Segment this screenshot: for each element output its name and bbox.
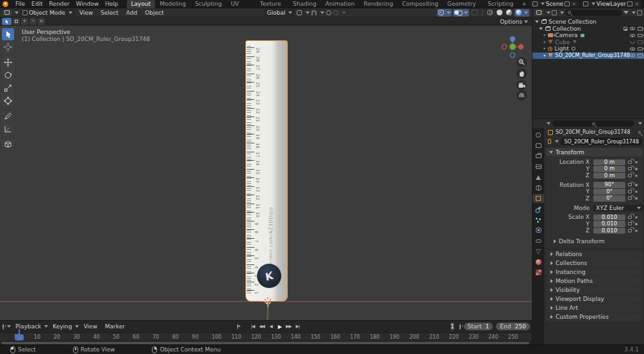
value-slider[interactable]: 0 m [593, 159, 625, 166]
end-frame-field[interactable]: End 250 [496, 323, 529, 330]
lock-open-icon[interactable] [628, 167, 632, 170]
animate-dot[interactable] [635, 175, 638, 177]
add-workspace-button[interactable]: + [518, 0, 531, 8]
animate-dot[interactable] [635, 197, 638, 200]
editor-type-clock-icon[interactable] [3, 324, 4, 330]
frame-ruler[interactable]: 1102030405060708090100110120130140150160… [0, 332, 532, 341]
tool-rotate[interactable] [2, 69, 14, 81]
shading-wireframe-button[interactable] [486, 9, 494, 17]
menu-playback[interactable]: Playback [12, 323, 44, 330]
tab-output[interactable] [533, 152, 544, 161]
viewlayer-selector[interactable]: ViewLayer ✕ [581, 1, 641, 8]
camera-visibility-icon[interactable] [638, 54, 643, 58]
menu-keying[interactable]: Keying [49, 323, 75, 330]
tool-move[interactable] [2, 56, 14, 68]
tab-tool[interactable] [533, 131, 544, 140]
snap-magnet-icon[interactable] [311, 10, 317, 15]
auto-key-record-button[interactable] [237, 324, 238, 329]
menu-render[interactable]: Render [46, 0, 73, 8]
animate-dot[interactable] [635, 184, 638, 186]
animate-dot[interactable] [635, 216, 638, 219]
active-tool-button[interactable] [2, 18, 12, 25]
chevron-down-icon[interactable] [547, 122, 550, 125]
outliner-row-scene-collection[interactable]: Scene Collection [533, 19, 644, 26]
camera-visibility-icon[interactable] [638, 47, 643, 51]
lock-open-icon[interactable] [628, 229, 632, 232]
ruler-object[interactable]: 29 28 27 26 25 [245, 40, 288, 302]
lock-open-icon[interactable] [628, 197, 632, 200]
xray-toggle[interactable] [470, 9, 479, 17]
scene-name[interactable]: Scene [546, 1, 563, 7]
tab-constraints[interactable] [533, 236, 544, 245]
tool-select-box[interactable] [2, 28, 14, 40]
outliner-search-input[interactable] [565, 10, 622, 16]
unlink-scene-icon[interactable]: ✕ [571, 1, 577, 7]
tab-texture[interactable] [533, 268, 544, 277]
menu-edit[interactable]: Edit [28, 0, 45, 8]
current-frame-field[interactable]: 1 [450, 323, 454, 330]
select-mode-invert-button[interactable]: × [38, 18, 45, 25]
perspective-toggle-button[interactable] [516, 90, 527, 101]
value-slider[interactable]: 0 m [593, 173, 625, 179]
select-mode-new-button[interactable] [13, 18, 20, 25]
animate-dot[interactable] [635, 230, 638, 232]
tab-particles[interactable] [533, 215, 544, 224]
filter-funnel-icon[interactable] [623, 11, 629, 14]
select-mode-extend-button[interactable]: + [21, 18, 28, 25]
pivot-point-icon[interactable] [297, 10, 302, 15]
tab-world[interactable] [533, 184, 544, 193]
animate-dot[interactable] [635, 223, 638, 225]
outliner-row-collection[interactable]: Collection [533, 26, 644, 33]
workspace-tab-texture-paint[interactable]: Texture Paint [256, 0, 289, 8]
outliner-row-light[interactable]: • Light [533, 45, 644, 52]
menu-view[interactable]: View [76, 10, 96, 16]
exclude-checkbox[interactable] [623, 27, 628, 31]
lock-open-icon[interactable] [628, 216, 632, 219]
properties-section-header[interactable]: Visibility :: [546, 286, 643, 294]
jump-to-end-button[interactable]: ▶| [293, 323, 302, 331]
value-slider[interactable]: 0° [593, 195, 625, 202]
outliner-row-cube[interactable]: • Cube [533, 39, 644, 46]
camera-visibility-icon[interactable] [638, 34, 643, 38]
pin-icon[interactable] [638, 131, 641, 134]
expand-icon[interactable] [535, 20, 539, 23]
workspace-tab-geometry-nodes[interactable]: Geometry Nodes [443, 0, 483, 8]
shading-material-button[interactable] [505, 9, 513, 17]
tab-object[interactable] [533, 194, 544, 203]
properties-section-header[interactable]: Custom Properties :: [546, 313, 643, 321]
editor-type-icon[interactable] [534, 10, 543, 16]
lock-open-icon[interactable] [628, 222, 632, 225]
lock-open-icon[interactable] [628, 190, 632, 193]
lock-open-icon[interactable] [628, 183, 632, 186]
chevron-down-icon[interactable] [638, 122, 642, 125]
tab-render[interactable] [533, 141, 544, 150]
workspace-tab-shading[interactable]: Shading [288, 0, 321, 8]
tab-material[interactable] [533, 257, 544, 266]
menu-add[interactable]: Add [123, 10, 140, 16]
transform-panel-header[interactable]: Transform [546, 148, 643, 156]
value-slider[interactable]: 0 m [593, 166, 625, 172]
play-button[interactable]: ▶ [276, 323, 284, 331]
value-slider[interactable]: 0.010 [593, 228, 625, 234]
start-frame-field[interactable]: Start 1 [464, 323, 493, 330]
tool-measure[interactable] [2, 123, 14, 135]
value-slider[interactable]: 0.010 [593, 221, 625, 227]
remove-viewlayer-icon[interactable]: ✕ [634, 1, 640, 7]
tab-modifiers[interactable] [533, 205, 544, 214]
options-dropdown[interactable]: Options [500, 17, 528, 26]
workspace-tab-layout[interactable]: Layout [127, 0, 156, 8]
menu-object[interactable]: Object [142, 10, 167, 16]
new-collection-icon[interactable] [637, 10, 642, 15]
shading-solid-button[interactable] [495, 9, 504, 17]
menu-marker[interactable]: Marker [102, 323, 128, 330]
tab-object-data[interactable]: ▽ [533, 247, 544, 256]
menu-select[interactable]: Select [97, 10, 122, 16]
properties-search-input[interactable] [552, 120, 634, 127]
camera-view-button[interactable] [516, 80, 527, 90]
eye-icon[interactable] [630, 34, 635, 37]
blender-logo-icon[interactable] [3, 1, 8, 7]
expand-icon[interactable] [539, 28, 543, 30]
workspace-tab-uv-editing[interactable]: UV Editing [226, 0, 255, 8]
show-overlays-toggle[interactable] [453, 9, 469, 17]
workspace-tab-animation[interactable]: Animation [321, 0, 359, 8]
